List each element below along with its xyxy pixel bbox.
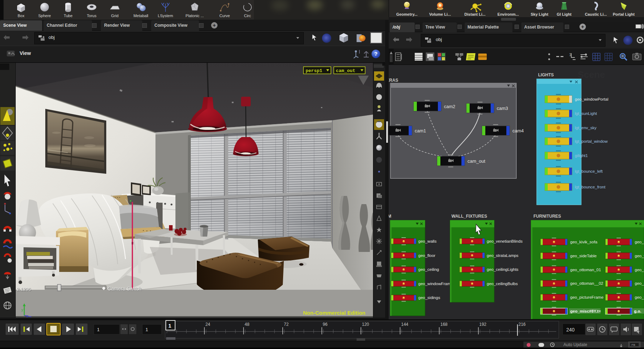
- svg-text:FURNITURES: FURNITURES: [533, 214, 561, 219]
- svg-text:geo_sideTable: geo_sideTable: [570, 254, 597, 258]
- svg-text:geo_ottoman__02: geo_ottoman__02: [570, 281, 603, 285]
- svg-text:geo_floor: geo_floor: [418, 253, 435, 258]
- svg-text:CAMERAS: CAMERAS: [389, 78, 398, 83]
- svg-text:WALL_FIXTURES: WALL_FIXTURES: [451, 214, 487, 219]
- svg-text:geo_venetianBlinds: geo_venetianBlinds: [487, 239, 523, 243]
- svg-text:cam1: cam1: [415, 128, 426, 133]
- svg-text:geo_windowPortal: geo_windowPortal: [575, 97, 608, 101]
- svg-text:FB: FB: [632, 343, 635, 347]
- svg-text:192: 192: [479, 322, 486, 327]
- svg-text:geo_pl: geo_pl: [635, 281, 644, 285]
- svg-text:geo_ottoman_01: geo_ottoman_01: [570, 268, 601, 272]
- svg-text:168: 168: [440, 322, 448, 327]
- svg-text:lgt_bounce_left: lgt_bounce_left: [575, 169, 603, 173]
- svg-text:24: 24: [205, 322, 210, 327]
- svg-text:48: 48: [245, 322, 250, 327]
- svg-text:cam_out: cam_out: [467, 158, 485, 164]
- svg-text:144: 144: [401, 322, 408, 327]
- svg-text:y: y: [21, 308, 23, 312]
- svg-text:geo_strataLamps: geo_strataLamps: [487, 253, 518, 258]
- svg-text:1: 1: [97, 327, 99, 332]
- svg-text:lgt_sunLight: lgt_sunLight: [575, 111, 597, 116]
- svg-text:gilight1: gilight1: [575, 153, 588, 158]
- svg-text:persp1: persp1: [306, 68, 322, 74]
- svg-text:2.1296: 2.1296: [17, 287, 31, 292]
- svg-text:216: 216: [518, 322, 526, 327]
- svg-text:cam3: cam3: [497, 106, 508, 111]
- svg-text:geo_windowFrame: geo_windowFrame: [418, 282, 453, 286]
- svg-text:lgt_portal_window: lgt_portal_window: [575, 139, 608, 143]
- svg-text:Camera Switch: Camera Switch: [108, 286, 142, 292]
- svg-text:geo_ceilingLights: geo_ceilingLights: [487, 267, 518, 272]
- svg-text:lgt_bounce_front: lgt_bounce_front: [575, 185, 605, 189]
- svg-text:LIGHTS: LIGHTS: [538, 72, 554, 77]
- svg-text:72: 72: [284, 322, 289, 327]
- svg-text:geo_pictureFrame: geo_pictureFrame: [570, 295, 603, 299]
- svg-text:geo_ceiling: geo_ceiling: [418, 267, 439, 272]
- svg-text:Non-Commercial Edition: Non-Commercial Edition: [303, 310, 366, 316]
- svg-text:120: 120: [362, 322, 369, 327]
- svg-text:cam_out: cam_out: [336, 68, 356, 74]
- svg-text:geo_wi: geo_wi: [635, 254, 644, 258]
- svg-text:lgt_env_sky: lgt_env_sky: [575, 126, 597, 130]
- svg-text:g.o.: g.o.: [634, 309, 641, 313]
- svg-text:geo_kivik_sofa: geo_kivik_sofa: [570, 240, 598, 244]
- svg-text:geo_ceilingBulbs: geo_ceilingBulbs: [487, 282, 518, 286]
- svg-text:cam4: cam4: [512, 128, 524, 133]
- svg-text:Scene: Scene: [578, 69, 605, 80]
- svg-text:geo_va: geo_va: [635, 295, 644, 299]
- svg-text:1: 1: [168, 323, 171, 329]
- svg-text:ROOM: ROOM: [389, 214, 391, 219]
- svg-text:z: z: [26, 314, 28, 318]
- svg-text:geo_misc#8Y.t=: geo_misc#8Y.t=: [570, 309, 601, 313]
- svg-text:geo_sidings: geo_sidings: [418, 295, 440, 300]
- svg-text:240: 240: [566, 327, 575, 333]
- svg-text:geo_walls: geo_walls: [418, 239, 436, 243]
- svg-text:96: 96: [323, 322, 328, 327]
- svg-text:cam2: cam2: [444, 104, 455, 109]
- svg-text:1: 1: [145, 327, 148, 332]
- svg-text:geo_bo: geo_bo: [635, 240, 644, 244]
- svg-text:geo_ot: geo_ot: [635, 268, 644, 272]
